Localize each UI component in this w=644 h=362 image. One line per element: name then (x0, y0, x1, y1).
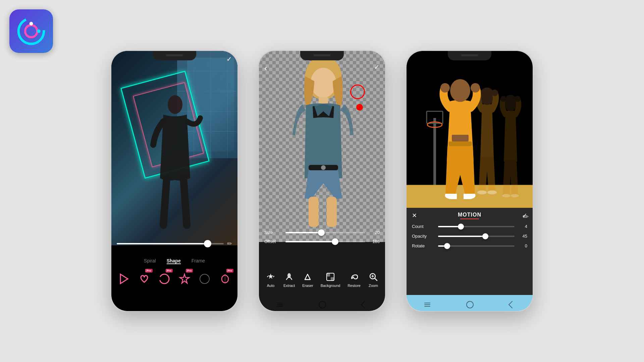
svg-point-1 (25, 25, 37, 37)
svg-rect-27 (327, 273, 330, 277)
shape-circle[interactable]: Pro (157, 270, 171, 288)
motion-sliders: Count 4 Opacity 45 (412, 224, 527, 248)
offset-slider-track[interactable] (285, 241, 365, 242)
svg-point-47 (515, 96, 521, 102)
nav-back-button[interactable] (213, 299, 221, 307)
pro-badge-star: Pro (186, 269, 193, 273)
nav-home-button[interactable] (171, 299, 178, 306)
eraser-cursor-circle (350, 84, 365, 99)
phone-1-slider-thumb[interactable] (204, 240, 211, 247)
svg-point-3 (37, 29, 41, 33)
tab-frame[interactable]: Frame (192, 258, 205, 264)
phone-1-checkmark[interactable]: ✓ (226, 55, 232, 63)
svg-point-49 (511, 194, 519, 197)
count-slider-fill (438, 226, 461, 227)
opacity-slider-track[interactable] (438, 236, 515, 237)
count-slider-track[interactable] (438, 226, 515, 227)
motion-panel-header: ✕ MOTION ✓ (412, 212, 527, 219)
svg-line-31 (375, 278, 377, 281)
size-slider-track[interactable] (285, 232, 365, 233)
zoom-icon (368, 272, 379, 282)
shape-star[interactable]: Pro (177, 270, 192, 288)
svg-point-43 (477, 190, 487, 194)
phone-3-nav-back[interactable] (508, 301, 516, 309)
phone-3: ✏ ✕ MOTION ✓ Count (406, 50, 533, 312)
svg-point-15 (200, 274, 209, 284)
offset-slider-fill (285, 241, 335, 242)
phone-1-eraser-icon[interactable]: ✏ (227, 240, 232, 247)
pro-badge-circle: Pro (166, 269, 173, 273)
size-slider-thumb[interactable] (318, 229, 325, 236)
svg-point-11 (168, 95, 182, 114)
phone-2-nav-back[interactable] (361, 301, 368, 309)
phone-1-photo (111, 51, 237, 245)
offset-slider-thumb[interactable] (332, 238, 338, 245)
motion-panel: ✕ MOTION ✓ Count 4 (407, 208, 533, 295)
shape-play-triangle[interactable] (117, 270, 131, 288)
phone-1-tabs: Spiral Shape Frame (111, 258, 237, 264)
rotate-value: 0 (517, 243, 527, 248)
opacity-label: Opacity (412, 234, 435, 239)
count-slider-thumb[interactable] (458, 224, 464, 230)
eraser-cursor-dot (356, 104, 363, 111)
tool-eraser[interactable]: Eraser (302, 272, 313, 288)
phone-1-screen: ✓ ✏ Spiral Shape Frame (111, 51, 237, 311)
shape-thin-circle[interactable] (198, 270, 212, 288)
svg-rect-54 (448, 141, 472, 146)
svg-rect-23 (327, 197, 337, 227)
phone-2-speaker (314, 54, 330, 56)
rotate-slider-track[interactable] (438, 245, 515, 247)
svg-point-42 (491, 89, 498, 96)
phone-2-notch (300, 51, 344, 60)
size-slider-fill (285, 232, 321, 233)
back-button[interactable]: ‹ (264, 63, 267, 73)
phone-1-slider-track[interactable] (117, 243, 224, 244)
woman-figure-2 (259, 51, 385, 242)
tool-auto[interactable]: Auto (265, 272, 276, 288)
auto-label: Auto (267, 284, 275, 288)
size-label: Size (264, 230, 283, 235)
svg-point-51 (440, 83, 450, 93)
svg-point-2 (30, 22, 33, 25)
checkmark-button[interactable]: ✓ (374, 63, 380, 73)
phone-2-nav-home[interactable] (319, 301, 326, 308)
pro-badge-abstract: Pro (226, 269, 233, 273)
phone-1-notch (153, 51, 196, 60)
phone-3-screen: ✏ ✕ MOTION ✓ Count (407, 51, 533, 311)
svg-marker-12 (120, 274, 128, 284)
extract-label: Extract (283, 284, 295, 288)
size-slider-row: Size 20 (264, 230, 380, 235)
phone-1-shapes-row: Pro Pro Pro (111, 270, 237, 288)
nav-menu-icon[interactable] (129, 301, 135, 305)
phone-2-tools-row: Auto Extract (259, 272, 385, 288)
svg-point-21 (321, 165, 326, 170)
extract-icon (284, 272, 294, 282)
phone-3-nav-menu[interactable] (424, 303, 430, 307)
eraser-icon (302, 272, 313, 282)
tab-spiral[interactable]: Spiral (144, 258, 156, 264)
tool-extract[interactable]: Extract (283, 272, 295, 288)
phone-3-navbar (407, 301, 533, 308)
tool-restore[interactable]: Restore (347, 272, 361, 288)
tab-shape[interactable]: Shape (167, 258, 181, 264)
pencil-corner-icon[interactable]: ✏ (523, 213, 529, 221)
phone-2-header: ‹ ✓ (259, 63, 385, 73)
rotate-slider-thumb[interactable] (444, 243, 450, 249)
tool-background[interactable]: Background (321, 272, 340, 288)
zoom-label: Zoom (369, 284, 378, 288)
opacity-slider-row: Opacity 45 (412, 234, 527, 239)
motion-title-container: MOTION (458, 212, 481, 219)
app-icon[interactable] (9, 9, 53, 53)
phone-3-nav-home[interactable] (466, 301, 474, 308)
tool-zoom[interactable]: Zoom (368, 272, 379, 288)
phone-2-nav-menu[interactable] (277, 303, 283, 307)
motion-close-button[interactable]: ✕ (412, 212, 417, 219)
count-label: Count (412, 224, 435, 229)
background-label: Background (321, 284, 340, 288)
shape-abstract[interactable]: Pro (218, 270, 232, 288)
main-scene: ✓ ✏ Spiral Shape Frame (0, 0, 644, 362)
opacity-slider-thumb[interactable] (482, 233, 488, 239)
phone-3-photo (407, 51, 533, 225)
phone-2: ‹ ✓ (258, 50, 386, 312)
shape-heart[interactable]: Pro (137, 270, 151, 288)
